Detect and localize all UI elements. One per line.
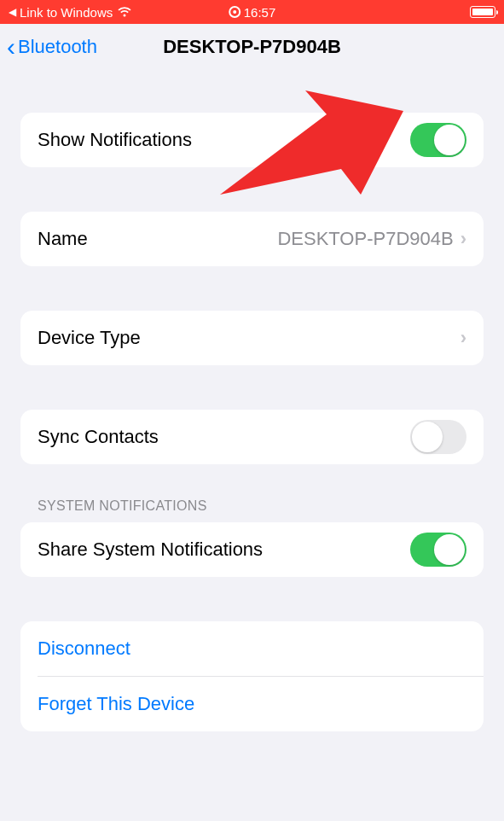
nav-header: ‹ Bluetooth DESKTOP-P7D904B: [0, 24, 504, 70]
sync-contacts-row[interactable]: Sync Contacts: [20, 410, 484, 464]
sync-contacts-group: Sync Contacts: [20, 410, 484, 464]
device-type-label: Device Type: [38, 327, 141, 349]
wifi-icon: [116, 6, 133, 18]
chevron-right-icon: ›: [461, 327, 466, 349]
name-group: Name DESKTOP-P7D904B ›: [20, 212, 484, 266]
forget-device-button[interactable]: Forget This Device: [20, 677, 484, 731]
share-system-notifications-row[interactable]: Share System Notifications: [20, 522, 484, 577]
battery-icon: [470, 6, 495, 18]
toggle-knob: [434, 534, 465, 565]
status-bar-center: 16:57: [229, 5, 276, 20]
share-system-notifications-toggle[interactable]: [410, 533, 466, 567]
show-notifications-row[interactable]: Show Notifications: [20, 113, 484, 167]
share-system-notifications-group: Share System Notifications: [20, 522, 484, 577]
share-system-notifications-label: Share System Notifications: [38, 539, 263, 561]
device-type-group: Device Type ›: [20, 311, 484, 365]
back-button[interactable]: ‹ Bluetooth: [7, 34, 97, 60]
status-bar: ◀ Link to Windows 16:57: [0, 0, 504, 24]
chevron-right-icon: ›: [461, 228, 466, 250]
status-bar-right: [470, 6, 495, 18]
toggle-knob: [434, 125, 465, 155]
show-notifications-label: Show Notifications: [38, 129, 192, 151]
toggle-knob: [412, 422, 443, 452]
show-notifications-toggle[interactable]: [410, 123, 466, 157]
system-notifications-header: SYSTEM NOTIFICATIONS: [20, 498, 484, 522]
show-notifications-group: Show Notifications: [20, 113, 484, 167]
time: 16:57: [244, 5, 276, 20]
actions-group: Disconnect Forget This Device: [20, 621, 484, 731]
page-title: DESKTOP-P7D904B: [163, 36, 341, 58]
recording-icon: [229, 6, 240, 18]
device-type-row[interactable]: Device Type ›: [20, 311, 484, 365]
sync-contacts-toggle[interactable]: [410, 420, 466, 454]
back-label: Bluetooth: [18, 36, 97, 58]
disconnect-button[interactable]: Disconnect: [20, 621, 484, 676]
status-bar-left: ◀ Link to Windows: [9, 5, 133, 20]
name-row[interactable]: Name DESKTOP-P7D904B ›: [20, 212, 484, 266]
name-value: DESKTOP-P7D904B: [277, 228, 453, 250]
app-back-label[interactable]: Link to Windows: [20, 5, 113, 20]
name-label: Name: [38, 228, 88, 250]
app-back-icon[interactable]: ◀: [9, 6, 16, 18]
back-chevron-icon: ‹: [7, 34, 15, 60]
sync-contacts-label: Sync Contacts: [38, 426, 159, 448]
